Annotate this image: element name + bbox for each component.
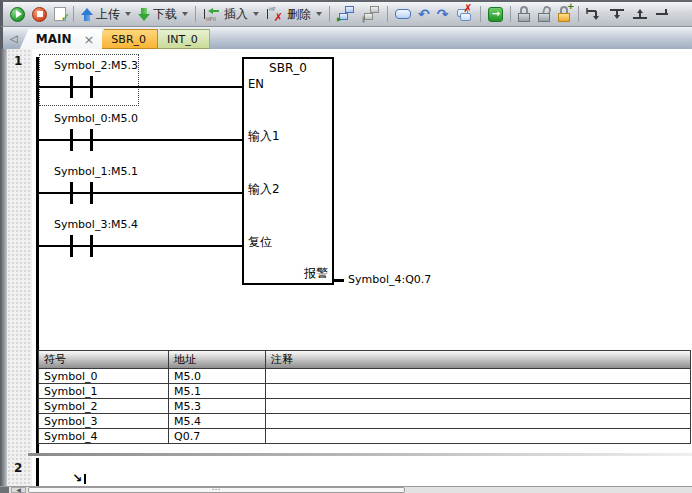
wire-left-button[interactable] <box>652 5 672 23</box>
wire-left-icon <box>655 7 669 21</box>
download-button[interactable]: 下载 <box>135 6 191 23</box>
contact-operand[interactable]: Symbol_1:M5.1 <box>40 165 152 178</box>
symbol-table: 符号 地址 注释 Symbol_0 M5.0 Symbol_1 M5.1 Sym… <box>38 350 691 444</box>
ladder-editor: 1 2 Symbol_2:M5.3 Symbol_0:M5.0 Symbol_1… <box>0 49 692 486</box>
pou-pause-button[interactable]: ‖ <box>359 4 383 24</box>
delete-pages-button[interactable]: ✗ <box>452 4 476 24</box>
lock-button[interactable] <box>515 4 534 24</box>
cell-symbol[interactable]: Symbol_1 <box>39 384 169 398</box>
contact-bar[interactable] <box>70 129 73 151</box>
wire-branch-button[interactable] <box>583 5 605 23</box>
lock-add-button[interactable]: + <box>555 4 574 24</box>
insert-row-icon: HF0 <box>203 6 221 22</box>
wire-down-icon <box>609 7 625 21</box>
network-1-number: 1 <box>14 55 22 67</box>
cell-address[interactable]: M5.3 <box>169 399 266 413</box>
delete-dropdown-caret-icon[interactable] <box>316 12 322 16</box>
pou-navigate-button[interactable]: ▶ <box>334 4 358 24</box>
cell-symbol[interactable]: Symbol_4 <box>39 429 169 443</box>
rounded-box-icon <box>395 9 411 19</box>
cell-comment[interactable] <box>266 399 690 413</box>
cell-symbol[interactable]: Symbol_2 <box>39 399 169 413</box>
toolbar-separator <box>480 6 481 22</box>
network-separator <box>28 453 692 456</box>
upload-label: 上传 <box>96 8 120 20</box>
block-pin-en: EN <box>248 78 264 91</box>
insert-box-button[interactable] <box>392 7 414 21</box>
toolbar-separator <box>329 6 330 22</box>
toolbar-separator <box>510 6 511 22</box>
upload-button[interactable]: 上传 <box>78 6 134 23</box>
stop-button[interactable] <box>29 5 50 24</box>
header-comment: 注释 <box>266 351 690 368</box>
download-dropdown-caret-icon[interactable] <box>182 12 188 16</box>
green-arrow-icon: → <box>488 7 503 22</box>
cell-comment[interactable] <box>266 429 690 443</box>
tab-int0[interactable]: INT_0 <box>151 29 210 49</box>
cell-address[interactable]: Q0.7 <box>169 429 266 443</box>
tab-main[interactable]: MAIN × <box>20 29 103 49</box>
contact-operand[interactable]: Symbol_0:M5.0 <box>40 112 152 125</box>
tab-sbr0[interactable]: SBR_0 <box>95 29 158 49</box>
stop-icon <box>32 7 47 22</box>
contact-bar[interactable] <box>90 235 93 257</box>
table-row[interactable]: Symbol_3 M5.4 <box>39 413 690 428</box>
tab-scroll-left-icon[interactable]: ◁ <box>10 34 18 44</box>
table-row[interactable]: Symbol_0 M5.0 <box>39 368 690 383</box>
table-row[interactable]: Symbol_1 M5.1 <box>39 383 690 398</box>
cell-comment[interactable] <box>266 414 690 428</box>
upload-dropdown-caret-icon[interactable] <box>125 12 131 16</box>
contact-operand[interactable]: Symbol_3:M5.4 <box>40 218 152 231</box>
header-symbol: 符号 <box>39 351 169 368</box>
contact-bar[interactable] <box>70 182 73 204</box>
table-row[interactable]: Symbol_2 M5.3 <box>39 398 690 413</box>
compile-icon: ✓ <box>54 7 66 21</box>
table-row[interactable]: Symbol_4 Q0.7 <box>39 428 690 443</box>
contact-bar[interactable] <box>90 182 93 204</box>
left-panel-edge[interactable] <box>0 49 7 486</box>
redo-icon: ↷ <box>437 7 449 21</box>
block-pin-input1: 输入1 <box>248 130 280 143</box>
wire-up-icon <box>632 7 648 21</box>
cell-address[interactable]: M5.0 <box>169 369 266 383</box>
contact-operand[interactable]: Symbol_2:M5.3 <box>40 59 152 72</box>
horizontal-scrollbar[interactable]: ◀ ⋯ <box>0 486 692 493</box>
cell-address[interactable]: M5.1 <box>169 384 266 398</box>
block-title: SBR_0 <box>244 62 332 75</box>
contact-bar[interactable] <box>70 76 73 98</box>
insert-dropdown-caret-icon[interactable] <box>253 12 259 16</box>
redo-button[interactable]: ↷ <box>434 5 452 23</box>
blocks-pause-icon: ‖ <box>362 6 380 22</box>
undo-button[interactable]: ↶ <box>415 5 433 23</box>
cell-symbol[interactable]: Symbol_3 <box>39 414 169 428</box>
lock-open-icon <box>538 6 551 22</box>
toolbar-separator <box>195 6 196 22</box>
pages-delete-icon: ✗ <box>455 6 473 22</box>
cell-address[interactable]: M5.4 <box>169 414 266 428</box>
tab-close-icon[interactable]: × <box>83 33 94 46</box>
cell-comment[interactable] <box>266 384 690 398</box>
unlock-button[interactable] <box>535 4 554 24</box>
tab-main-label: MAIN <box>36 32 72 46</box>
compile-button[interactable]: ✓ <box>51 5 69 23</box>
contact-bar[interactable] <box>70 235 73 257</box>
sbr0-block[interactable]: SBR_0 EN 输入1 输入2 复位 报警 <box>242 57 334 285</box>
run-button[interactable] <box>7 5 28 24</box>
cell-comment[interactable] <box>266 369 690 383</box>
block-pin-reset: 复位 <box>248 236 272 249</box>
lock-closed-icon <box>518 6 531 22</box>
insert-button[interactable]: HF0 插入 <box>200 4 262 24</box>
tab-int0-label: INT_0 <box>167 33 198 46</box>
delete-button[interactable]: HF ✗ 删除 <box>263 4 325 24</box>
wire-up-button[interactable] <box>629 5 651 23</box>
scroll-left-button[interactable]: ◀ <box>11 487 26 493</box>
scrollbar-thumb[interactable]: ⋯ <box>28 487 405 493</box>
cell-symbol[interactable]: Symbol_0 <box>39 369 169 383</box>
contact-bar[interactable] <box>90 76 93 98</box>
wire-down-button[interactable] <box>606 5 628 23</box>
run-icon <box>10 7 25 22</box>
contact-bar[interactable] <box>90 129 93 151</box>
toolbar-separator <box>73 6 74 22</box>
goto-button[interactable]: → <box>485 5 506 24</box>
output-operand[interactable]: Symbol_4:Q0.7 <box>348 273 431 286</box>
